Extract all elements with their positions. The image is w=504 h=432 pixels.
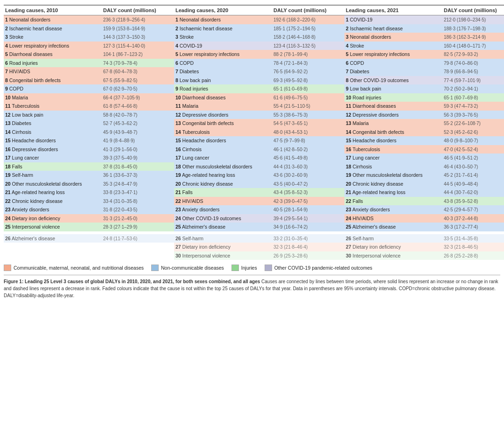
daly-2020: 39·4 (29·5–54·1): [273, 216, 308, 221]
rank-2021: 21: [346, 189, 351, 195]
daly-2020: 46·1 (42·8–50·2): [273, 147, 308, 152]
daly-2021: 186·3 (162·3–214·9): [444, 35, 486, 40]
daly-2021: 52·3 (45·2–62·6): [444, 130, 478, 135]
rank-2010: 25: [5, 224, 11, 230]
rank-2021-extra: 30: [346, 253, 351, 258]
table-row: 21 Age-related hearing loss33·8 (23·3–47…: [4, 188, 504, 197]
cause-2020-extra: Dietary iron deficiency: [182, 244, 231, 250]
daly-2010: 74·3 (70·9–78·4): [103, 61, 137, 66]
rank-2010: 5: [5, 51, 8, 57]
daly-2010: 31·8 (22·0–43·5): [103, 207, 137, 212]
daly-2020: 45·6 (41·5–49·8): [273, 155, 308, 160]
cause-2010: Congenital birth defects: [9, 77, 61, 83]
daly-2021: 44·5 (40·9–48·4): [444, 181, 478, 187]
rank-2021: 16: [346, 146, 351, 152]
daly-2021: 212·0 (198·0–234·5): [444, 17, 486, 22]
table-row: 17 Lung cancer39·3 (37·5–40·9)17 Lung ca…: [4, 153, 504, 162]
rank-2010: 22: [5, 198, 11, 204]
daly-2020: 61·6 (49·6–75·5): [273, 95, 308, 100]
table-row: 24 Dietary iron deficiency31·3 (21·2–45·…: [4, 214, 504, 223]
cause-2020: Diabetes: [180, 69, 199, 74]
cause-2020: Age-related hearing loss: [182, 172, 235, 178]
table-row: 16 Depressive disorders41·3 (29·1–56·0)1…: [4, 145, 504, 154]
cause-2021: Cirrhosis: [353, 164, 372, 169]
header-cause-2021: Leading causes, 2021: [344, 5, 442, 15]
rank-2010: 15: [5, 138, 11, 143]
rank-2010: 8: [5, 77, 8, 83]
table-row: 20 Other musculoskeletal disorders35·3 (…: [4, 180, 504, 188]
rank-2020: 14: [175, 129, 181, 135]
cause-2010: Ischaemic heart disease: [9, 26, 62, 31]
cause-2020-extra: Interpersonal violence: [182, 253, 231, 258]
cause-2021: COPD: [350, 60, 364, 66]
rank-2020: 5: [175, 51, 178, 57]
rank-2020: 7: [175, 69, 178, 74]
cause-2021: Anxiety disorders: [352, 207, 390, 212]
daly-2020: 55·4 (21·5–110·5): [273, 104, 310, 109]
figure-caption: Figure 1: Leading 25 Level 3 causes of g…: [4, 275, 500, 299]
cause-2021: Diabetes: [350, 69, 369, 74]
daly-2021-extra: 26·8 (25·2–28·8): [444, 253, 478, 258]
rank-2010: 16: [5, 146, 11, 152]
daly-2010: 45·9 (43·9–48·7): [103, 130, 137, 135]
daly-2020-extra: 32·3 (21·8–46·4): [273, 244, 308, 250]
rank-2021: 22: [346, 198, 351, 204]
cause-2010: Malaria: [12, 95, 28, 100]
cause-2020: Neonatal disorders: [180, 17, 221, 22]
daly-2020: 88·2 (78·1–99·4): [273, 52, 308, 57]
rank-2021: 7: [346, 69, 349, 74]
main-table: Leading causes, 2010 DALY count (million…: [4, 5, 504, 260]
daly-2021: 47·0 (42·5–52·4): [444, 147, 478, 152]
rank-2010: 9: [5, 86, 8, 91]
daly-2010: 28·3 (27·1–29·9): [103, 224, 137, 230]
cause-2020: Tuberculosis: [182, 129, 210, 135]
rank-2020: 15: [175, 138, 181, 143]
rank-2020: 12: [175, 112, 181, 118]
cause-2020: Stroke: [180, 34, 194, 40]
rank-2021: 15: [346, 138, 351, 143]
cause-2020: Falls: [182, 189, 193, 195]
table-row: 14 Cirrhosis45·9 (43·9–48·7)14 Tuberculo…: [4, 128, 504, 137]
daly-2010: 41·9 (8·4–88·9): [103, 138, 135, 143]
rank-2021: 4: [346, 43, 349, 49]
rank-2020: 23: [175, 207, 181, 212]
daly-2020-extra: 26·9 (25·3–28·6): [273, 253, 308, 258]
rank-2010-extra: 26: [5, 236, 11, 241]
cause-2020: Other COVID-19 outcomes: [182, 216, 241, 221]
daly-2021: 46·4 (43·0–50·7): [444, 164, 478, 169]
cause-2010: Cirrhosis: [12, 129, 31, 135]
daly-2021: 36·3 (17·2–77·4): [444, 224, 478, 230]
rank-2020: 24: [175, 216, 181, 221]
rank-2020-extra: 26: [175, 236, 181, 241]
daly-2010: 41·3 (29·1–56·0): [103, 147, 137, 152]
cause-2020: Ischaemic heart disease: [180, 26, 232, 31]
rank-2010: 19: [5, 172, 11, 178]
cause-2021: Stroke: [350, 43, 364, 49]
cause-2010: HIV/AIDS: [9, 69, 30, 74]
daly-2010: 39·3 (37·5–40·9): [103, 155, 137, 160]
rank-2020: 22: [175, 198, 181, 204]
cause-2020: Congenital birth defects: [182, 120, 234, 126]
daly-2021: 160·4 (148·0–171·7): [444, 43, 486, 49]
daly-2021: 59·3 (47·4–73·2): [444, 104, 478, 109]
daly-2010: 37·8 (31·8–45·0): [103, 164, 137, 169]
rank-2021: 18: [346, 164, 351, 169]
rank-2010: 23: [5, 207, 11, 212]
cause-2010: Headache disorders: [12, 138, 56, 143]
cause-2021: Depressive disorders: [353, 112, 399, 118]
daly-2010: 104·1 (86·7–123·2): [103, 52, 143, 57]
rank-2020: 17: [175, 155, 181, 160]
table-row: 19 Self-harm36·1 (33·6–37·3)19 Age-relat…: [4, 171, 504, 180]
daly-2020: 54·5 (47·3–65·1): [273, 121, 308, 126]
table-row: 13 Diabetes52·7 (45·3–62·2)13 Congenital…: [4, 119, 504, 128]
daly-2021: 65·1 (60·7–69·8): [444, 95, 478, 100]
rank-2020: 16: [175, 146, 181, 152]
daly-2021: 44·4 (30·7–62·0): [444, 190, 478, 195]
rank-2020: 25: [175, 224, 181, 230]
rank-2021: 23: [346, 207, 351, 212]
rank-2021: 19: [346, 172, 351, 178]
rank-2020: 13: [175, 120, 181, 126]
rank-2021-extra: 26: [346, 236, 351, 241]
header-cause-2020: Leading causes, 2020: [174, 5, 272, 15]
rank-2021: 2: [346, 26, 349, 31]
